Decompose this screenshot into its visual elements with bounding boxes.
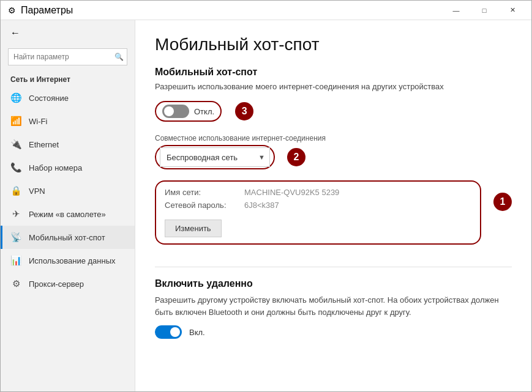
hotspot-toggle-label: Откл. (194, 107, 214, 116)
remote-section-desc: Разрешить другому устройству включать мо… (155, 294, 512, 318)
sidebar-section-title: Сеть и Интернет (1, 70, 135, 86)
sidebar-item-label: Ethernet (29, 140, 59, 149)
divider (155, 267, 512, 267)
window-controls: — □ ✕ (442, 1, 526, 20)
main-content: Мобильный хот-спот Мобильный хот-спот Ра… (135, 20, 531, 391)
sharing-label: Совместное использование интернет-соедин… (155, 134, 512, 142)
hotspot-toggle[interactable] (162, 105, 189, 118)
sidebar-item-label: Прокси-сервер (29, 279, 84, 289)
search-input[interactable] (8, 48, 127, 65)
dropdown-wrapper: Беспроводная сеть Ethernet ▼ (160, 147, 270, 167)
airplane-icon: ✈ (10, 209, 21, 220)
sidebar-item-proxy[interactable]: ⚙ Прокси-сервер (1, 272, 135, 295)
remote-toggle[interactable] (155, 325, 182, 339)
sharing-section: Совместное использование интернет-соедин… (155, 134, 512, 169)
network-password-label: Сетевой пароль: (165, 201, 244, 210)
annotation-1: 1 (493, 193, 512, 211)
sidebar-item-label: VPN (29, 187, 45, 196)
network-info-ellipse: Имя сети: MACHINE-QVU92K5 5239 Сетевой п… (155, 180, 481, 245)
network-name-row: Имя сети: MACHINE-QVU92K5 5239 (165, 188, 471, 197)
sidebar-item-hotspot[interactable]: 📡 Мобильный хот-спот (1, 226, 135, 249)
sidebar-item-ethernet[interactable]: 🔌 Ethernet (1, 133, 135, 156)
sidebar: ← 🔍 Сеть и Интернет 🌐 Состояние 📶 Wi-Fi … (1, 20, 135, 391)
content-area: ← 🔍 Сеть и Интернет 🌐 Состояние 📶 Wi-Fi … (1, 20, 531, 391)
toggle-knob (164, 106, 174, 116)
remote-section-title: Включить удаленно (155, 278, 512, 289)
maximize-button[interactable]: □ (470, 1, 498, 20)
sidebar-item-label: Wi-Fi (29, 117, 47, 126)
network-password-value: 6J8<k387 (244, 201, 279, 210)
sidebar-item-nabor[interactable]: 📞 Набор номера (1, 156, 135, 179)
sidebar-item-airplane[interactable]: ✈ Режим «в самолете» (1, 202, 135, 226)
network-password-row: Сетевой пароль: 6J8<k387 (165, 201, 471, 210)
hotspot-toggle-row: Откл. 3 (155, 101, 512, 122)
title-bar: ⚙ Параметры — □ ✕ (1, 1, 531, 20)
back-button[interactable]: ← (1, 20, 135, 46)
proxy-icon: ⚙ (10, 278, 21, 289)
sidebar-item-wifi[interactable]: 📶 Wi-Fi (1, 109, 135, 133)
data-icon: 📊 (10, 255, 21, 266)
sidebar-item-label: Использование данных (29, 256, 116, 265)
wifi-icon: 📶 (10, 116, 21, 127)
change-button[interactable]: Изменить (165, 220, 222, 237)
globe-icon: 🌐 (10, 92, 21, 103)
hotspot-section: Мобильный хот-спот Разрешить использован… (155, 67, 512, 122)
sharing-dropdown[interactable]: Беспроводная сеть Ethernet (160, 147, 270, 167)
remote-toggle-row: Вкл. (155, 325, 512, 339)
lock-icon: 🔒 (10, 185, 21, 196)
title-bar-title: Параметры (21, 5, 73, 16)
sidebar-item-vpn[interactable]: 🔒 VPN (1, 179, 135, 202)
remote-toggle-label: Вкл. (189, 328, 205, 337)
hotspot-icon: 📡 (10, 232, 21, 243)
dropdown-ellipse: Беспроводная сеть Ethernet ▼ (155, 145, 275, 169)
minimize-button[interactable]: — (442, 1, 470, 20)
close-button[interactable]: ✕ (498, 1, 526, 20)
annotation-2: 2 (287, 148, 305, 166)
sidebar-item-sostoyanie[interactable]: 🌐 Состояние (1, 86, 135, 109)
network-name-label: Имя сети: (165, 188, 244, 197)
toggle-ellipse: Откл. (155, 101, 222, 122)
network-name-value: MACHINE-QVU92K5 5239 (244, 188, 339, 197)
back-arrow-icon: ← (10, 28, 20, 39)
page-title: Мобильный хот-спот (155, 35, 512, 54)
sidebar-item-label: Состояние (29, 94, 69, 103)
sidebar-item-label: Набор номера (29, 163, 82, 172)
search-icon: 🔍 (114, 53, 124, 61)
remote-toggle-knob (170, 327, 180, 337)
search-container: 🔍 (8, 48, 127, 65)
ethernet-icon: 🔌 (10, 139, 21, 150)
title-bar-icon: ⚙ (8, 6, 16, 15)
sidebar-item-label: Мобильный хот-спот (29, 233, 105, 242)
phone-icon: 📞 (10, 162, 21, 173)
sidebar-item-label: Режим «в самолете» (29, 210, 106, 219)
sidebar-item-data-usage[interactable]: 📊 Использование данных (1, 249, 135, 272)
settings-window: ⚙ Параметры — □ ✕ ← 🔍 Сеть и Интернет 🌐 … (0, 0, 532, 392)
hotspot-section-title: Мобильный хот-спот (155, 67, 512, 78)
annotation-3: 3 (235, 102, 253, 120)
hotspot-section-desc: Разрешить использование моего интернет-с… (155, 81, 512, 92)
remote-section: Включить удаленно Разрешить другому устр… (155, 278, 512, 339)
